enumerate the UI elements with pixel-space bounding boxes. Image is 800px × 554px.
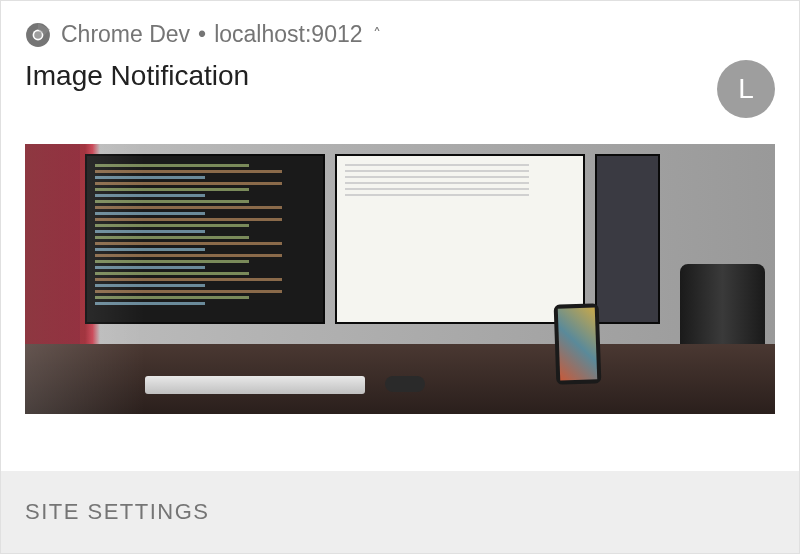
- collapse-chevron-icon[interactable]: ˄: [373, 25, 381, 44]
- chrome-dev-icon: [25, 22, 51, 48]
- site-settings-button[interactable]: SITE SETTINGS: [25, 499, 210, 525]
- notification-header: Chrome Dev • localhost:9012 ˄: [1, 1, 799, 56]
- avatar-badge: L: [717, 60, 775, 118]
- notification-title: Image Notification: [25, 60, 249, 92]
- notification-actions: SITE SETTINGS: [1, 471, 799, 553]
- separator-dot: •: [198, 21, 206, 48]
- origin-label: localhost:9012: [214, 21, 362, 48]
- svg-point-2: [34, 31, 42, 39]
- notification-image: [25, 144, 775, 414]
- notification-title-row: Image Notification L: [1, 56, 799, 126]
- app-name-label: Chrome Dev: [61, 21, 190, 48]
- notification-image-container: [1, 126, 799, 438]
